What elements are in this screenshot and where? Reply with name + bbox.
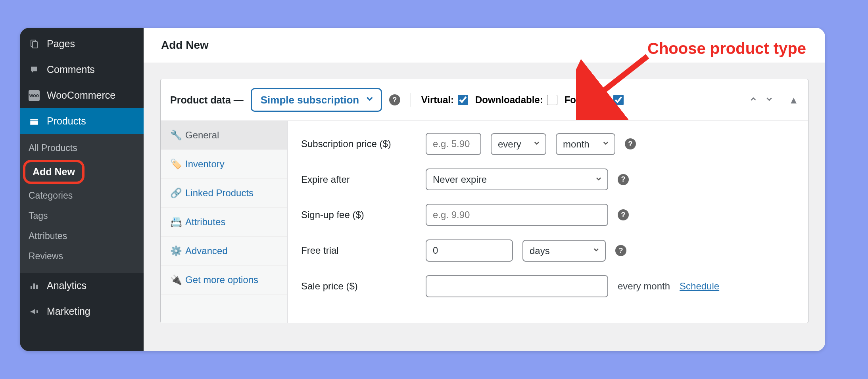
signup-fee-label: Sign-up fee ($): [301, 209, 416, 220]
marketing-icon: [29, 306, 40, 317]
help-icon[interactable]: ?: [618, 209, 629, 220]
tab-linked-products[interactable]: 🔗Linked Products: [161, 179, 287, 208]
help-icon[interactable]: ?: [615, 245, 626, 256]
sidebar-item-label: WooCommerce: [47, 90, 115, 101]
virtual-checkbox-row[interactable]: Virtual:: [421, 94, 468, 105]
sidebar-item-pages[interactable]: Pages: [20, 31, 144, 57]
sidebar-item-analytics[interactable]: Analytics: [20, 273, 144, 299]
svg-rect-2: [31, 286, 32, 289]
sidebar-item-label: Pages: [47, 38, 75, 50]
signup-fee-input[interactable]: [426, 204, 608, 226]
woocommerce-icon: woo: [29, 90, 40, 101]
sale-price-input[interactable]: [426, 275, 608, 297]
sidebar-item-comments[interactable]: Comments: [20, 57, 144, 82]
tab-inventory[interactable]: 🏷️Inventory: [161, 150, 287, 179]
tab-get-more-options[interactable]: 🔌Get more options: [161, 266, 287, 295]
tab-advanced[interactable]: ⚙️Advanced: [161, 237, 287, 266]
free-trial-row: Free trial days ?: [301, 239, 795, 262]
submenu-tags[interactable]: Tags: [20, 206, 144, 226]
free-trial-input[interactable]: [426, 239, 513, 262]
chevron-down-icon[interactable]: [765, 94, 774, 106]
subscription-price-input[interactable]: [426, 133, 481, 155]
submenu-reviews[interactable]: Reviews: [20, 246, 144, 266]
analytics-icon: [29, 280, 40, 291]
tab-attributes[interactable]: 📇Attributes: [161, 208, 287, 237]
sidebar-submenu: All Products Add New Categories Tags Att…: [20, 134, 144, 273]
tag-icon: 🏷️: [170, 159, 180, 170]
panel-header-label: Product data —: [170, 94, 244, 106]
for-tutor-checkbox-row[interactable]: For Tutor:: [565, 94, 624, 105]
signup-fee-row: Sign-up fee ($) ?: [301, 204, 795, 226]
panel-header: Product data — Simple subscription ? Vir…: [161, 79, 808, 121]
wrench-icon: 🔧: [170, 130, 180, 141]
subscription-period-select[interactable]: month: [556, 133, 615, 155]
sidebar-item-label: Analytics: [47, 280, 86, 291]
help-icon[interactable]: ?: [625, 138, 636, 149]
virtual-checkbox[interactable]: [458, 95, 468, 105]
fields-area: Subscription price ($) every month ?: [288, 121, 808, 323]
sidebar-item-label: Products: [47, 115, 86, 127]
expire-after-select[interactable]: Never expire: [426, 168, 608, 190]
subscription-price-row: Subscription price ($) every month ?: [301, 133, 795, 155]
pages-icon: [29, 38, 40, 50]
panel-controls: ▲: [749, 94, 799, 106]
virtual-label: Virtual:: [421, 94, 454, 105]
collapse-icon[interactable]: ▲: [789, 94, 799, 106]
product-type-select-wrap: Simple subscription: [251, 88, 382, 112]
expire-after-row: Expire after Never expire ?: [301, 168, 795, 190]
products-icon: [29, 116, 40, 127]
panel-body: 🔧General 🏷️Inventory 🔗Linked Products 📇A…: [161, 121, 808, 323]
sidebar-item-marketing[interactable]: Marketing: [20, 299, 144, 324]
link-icon: 🔗: [170, 188, 180, 199]
chevron-up-icon[interactable]: [749, 94, 758, 106]
product-data-panel: Product data — Simple subscription ? Vir…: [160, 79, 808, 323]
annotation-text: Choose product type: [647, 40, 806, 57]
gear-icon: ⚙️: [170, 245, 180, 256]
submenu-all-products[interactable]: All Products: [20, 138, 144, 158]
product-data-tabs: 🔧General 🏷️Inventory 🔗Linked Products 📇A…: [161, 121, 288, 323]
comments-icon: [29, 64, 40, 75]
sidebar-item-label: Marketing: [47, 306, 90, 317]
main-area: Choose product type Add New Product data…: [144, 28, 825, 351]
sale-price-row: Sale price ($) every month Schedule: [301, 275, 795, 297]
svg-rect-3: [33, 283, 35, 289]
for-tutor-label: For Tutor:: [565, 94, 609, 105]
product-type-select[interactable]: Simple subscription: [251, 88, 382, 112]
help-icon[interactable]: ?: [389, 94, 400, 105]
attributes-icon: 📇: [170, 216, 180, 228]
subscription-interval-select[interactable]: every: [491, 133, 546, 155]
separator: [411, 93, 411, 107]
for-tutor-checkbox[interactable]: [613, 95, 624, 105]
schedule-link[interactable]: Schedule: [680, 281, 719, 292]
tab-general[interactable]: 🔧General: [161, 121, 287, 150]
sale-note: every month: [618, 281, 670, 292]
submenu-categories[interactable]: Categories: [20, 186, 144, 206]
sidebar-item-products[interactable]: Products: [20, 108, 144, 134]
expire-after-label: Expire after: [301, 174, 416, 185]
sidebar-item-woocommerce[interactable]: woo WooCommerce: [20, 82, 144, 108]
free-trial-unit-select[interactable]: days: [522, 240, 606, 262]
submenu-add-new[interactable]: Add New: [23, 160, 84, 184]
sale-price-label: Sale price ($): [301, 281, 416, 292]
plug-icon: 🔌: [170, 274, 180, 285]
svg-rect-4: [36, 285, 38, 289]
svg-rect-1: [33, 42, 37, 48]
downloadable-checkbox-row[interactable]: Downloadable:: [475, 94, 557, 105]
downloadable-label: Downloadable:: [475, 94, 543, 105]
free-trial-label: Free trial: [301, 245, 416, 256]
subscription-price-label: Subscription price ($): [301, 138, 416, 149]
sidebar-item-label: Comments: [47, 64, 95, 75]
admin-sidebar: Pages Comments woo WooCommerce Products …: [20, 28, 144, 351]
help-icon[interactable]: ?: [618, 174, 629, 185]
downloadable-checkbox[interactable]: [547, 95, 557, 105]
app-frame: Pages Comments woo WooCommerce Products …: [20, 28, 825, 351]
submenu-attributes[interactable]: Attributes: [20, 226, 144, 246]
